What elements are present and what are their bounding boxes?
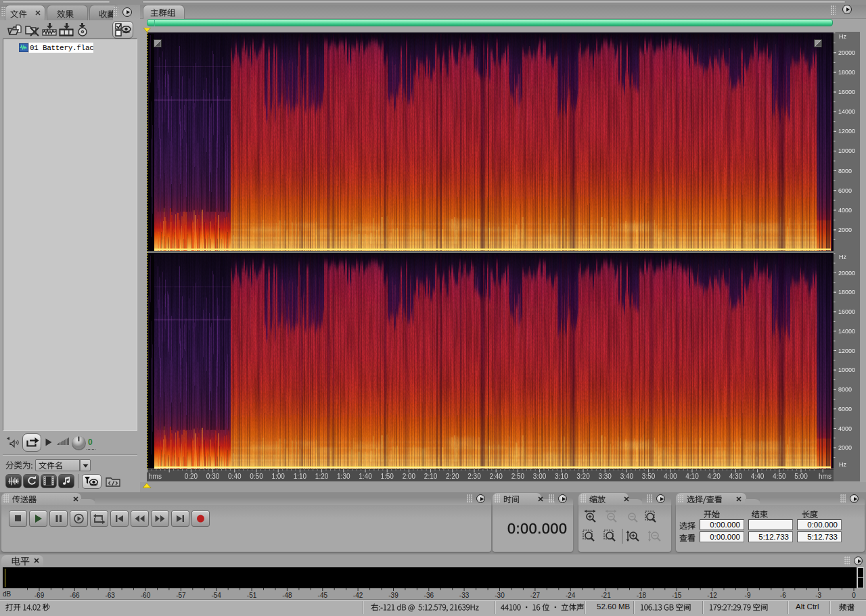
svg-text:2000: 2000: [838, 227, 852, 233]
svg-text:Hz: Hz: [839, 461, 846, 468]
svg-text:-24: -24: [566, 592, 576, 599]
svg-text:-54: -54: [211, 592, 221, 599]
svg-text:-57: -57: [176, 592, 186, 599]
svg-text:0:20: 0:20: [185, 473, 198, 480]
svg-text:16000: 16000: [838, 89, 855, 95]
svg-text:dB: dB: [3, 590, 12, 598]
svg-text:4:00: 4:00: [664, 473, 677, 480]
svg-text:1:00: 1:00: [271, 473, 285, 480]
svg-text:-60: -60: [141, 592, 151, 599]
svg-text:-9: -9: [745, 592, 751, 599]
svg-text:4:10: 4:10: [685, 473, 699, 480]
svg-text:12000: 12000: [838, 348, 855, 354]
svg-text:-21: -21: [601, 592, 611, 599]
svg-text:2:10: 2:10: [424, 473, 438, 480]
svg-text:-3: -3: [815, 592, 821, 599]
svg-text:14000: 14000: [838, 108, 855, 115]
svg-text:10000: 10000: [838, 366, 855, 373]
svg-text:1:50: 1:50: [380, 473, 394, 480]
svg-text:4:20: 4:20: [707, 473, 721, 480]
svg-text:1:20: 1:20: [315, 473, 329, 480]
svg-text:2:30: 2:30: [468, 473, 481, 480]
svg-text:-66: -66: [70, 592, 80, 599]
svg-text:6000: 6000: [838, 187, 852, 194]
svg-text:Hz: Hz: [839, 33, 846, 40]
svg-text:18000: 18000: [838, 69, 855, 76]
svg-text:1:30: 1:30: [337, 473, 350, 480]
svg-text:2:50: 2:50: [511, 473, 525, 480]
svg-text:-30: -30: [495, 592, 505, 599]
svg-text:0:50: 0:50: [250, 473, 263, 480]
svg-text:3:50: 3:50: [642, 473, 656, 480]
svg-text:5:00: 5:00: [794, 473, 808, 480]
svg-text:2:20: 2:20: [446, 473, 459, 480]
svg-text:0:40: 0:40: [228, 473, 242, 480]
svg-text:4:40: 4:40: [751, 473, 765, 480]
svg-text:14000: 14000: [838, 328, 855, 335]
svg-text:-12: -12: [707, 592, 717, 599]
svg-text:-63: -63: [105, 592, 115, 599]
svg-text:3:30: 3:30: [598, 473, 612, 480]
svg-text:-6: -6: [780, 592, 786, 599]
svg-text:-45: -45: [318, 592, 328, 599]
svg-text:4000: 4000: [838, 207, 852, 214]
svg-text:18000: 18000: [838, 289, 855, 295]
svg-text:2:00: 2:00: [403, 473, 416, 480]
svg-text:-48: -48: [282, 592, 292, 599]
svg-text:-18: -18: [637, 592, 647, 599]
svg-text:4000: 4000: [838, 425, 852, 432]
svg-text:0: 0: [852, 592, 856, 599]
svg-text:-39: -39: [388, 592, 398, 599]
svg-text:10000: 10000: [838, 147, 855, 154]
svg-text:8000: 8000: [838, 168, 852, 174]
svg-text:-15: -15: [672, 592, 682, 599]
svg-text:4:50: 4:50: [773, 473, 786, 480]
svg-text:20000: 20000: [838, 49, 855, 56]
svg-text:-27: -27: [530, 592, 541, 599]
svg-text:-51: -51: [247, 592, 257, 599]
svg-text:hms: hms: [149, 473, 162, 480]
svg-text:3:40: 3:40: [620, 473, 634, 480]
svg-text:1:40: 1:40: [359, 473, 372, 480]
svg-text:1:10: 1:10: [294, 473, 307, 480]
svg-text:-36: -36: [424, 592, 434, 599]
svg-text:-33: -33: [459, 592, 470, 599]
svg-text:0:30: 0:30: [206, 473, 220, 480]
svg-text:6000: 6000: [838, 406, 852, 412]
svg-text:3:10: 3:10: [555, 473, 568, 480]
svg-text:16000: 16000: [838, 308, 855, 315]
svg-text:8000: 8000: [838, 386, 852, 393]
svg-text:12000: 12000: [838, 128, 855, 135]
svg-text:2000: 2000: [838, 444, 852, 451]
svg-text:-69: -69: [35, 592, 45, 599]
svg-text:hms: hms: [819, 473, 831, 480]
svg-text:20000: 20000: [838, 270, 855, 277]
svg-text:-42: -42: [353, 592, 363, 599]
svg-text:3:20: 3:20: [576, 473, 590, 480]
svg-text:4:30: 4:30: [729, 473, 743, 480]
svg-text:2:40: 2:40: [489, 473, 503, 480]
svg-text:3:00: 3:00: [533, 473, 547, 480]
svg-text:Hz: Hz: [839, 254, 846, 260]
